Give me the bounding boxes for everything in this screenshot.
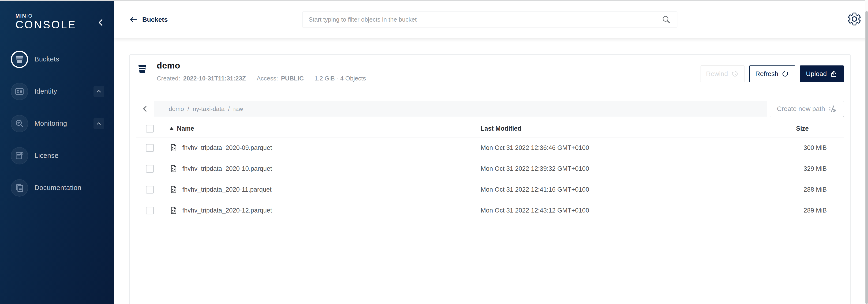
row-checkbox[interactable] xyxy=(146,206,154,214)
chevron-up-icon xyxy=(96,120,102,127)
brand-console: CONSOLE xyxy=(16,19,76,30)
rewind-label: Rewind xyxy=(706,70,728,78)
bucket-icon xyxy=(137,63,148,74)
back-arrow-icon xyxy=(129,16,137,24)
header-name-cell[interactable]: Name xyxy=(169,125,480,132)
license-icon xyxy=(14,151,24,161)
object-modified-cell: Mon Oct 31 2022 12:39:32 GMT+0100 xyxy=(480,165,783,172)
file-icon xyxy=(169,164,178,173)
object-name: fhvhv_tripdata_2020-09.parquet xyxy=(182,144,272,151)
upload-button[interactable]: Upload xyxy=(800,65,844,82)
row-checkbox[interactable] xyxy=(146,165,154,173)
sidebar-item-identity[interactable]: Identity xyxy=(0,75,114,107)
object-modified-cell: Mon Oct 31 2022 12:43:12 GMT+0100 xyxy=(480,207,783,214)
sidebar-menu: Buckets Identity Monitoring xyxy=(0,43,114,204)
identity-icon xyxy=(14,87,24,96)
bucket-meta: Created: 2022-10-31T11:31:23Z Access: PU… xyxy=(157,75,366,82)
name-header-label: Name xyxy=(177,125,194,132)
monitoring-icon xyxy=(14,119,24,129)
page-content: demo Created: 2022-10-31T11:31:23Z Acces… xyxy=(114,38,868,304)
identity-expand-toggle[interactable] xyxy=(93,86,104,97)
settings-button[interactable] xyxy=(847,11,862,27)
bucket-header: demo Created: 2022-10-31T11:31:23Z Acces… xyxy=(130,55,850,91)
rewind-icon xyxy=(731,70,739,78)
path-row: demo / ny-taxi-data / raw Create new pat… xyxy=(136,101,844,117)
header-modified-cell: Last Modified xyxy=(480,125,783,132)
upload-label: Upload xyxy=(806,70,827,78)
object-size-cell: 329 MiB xyxy=(783,165,844,172)
back-to-buckets-link[interactable]: Buckets xyxy=(129,1,168,38)
file-icon xyxy=(169,206,178,215)
bucket-actions: Rewind Refresh Upload xyxy=(700,65,844,82)
created-value: 2022-10-31T11:31:23Z xyxy=(183,75,246,82)
object-modified-cell: Mon Oct 31 2022 12:41:16 GMT+0100 xyxy=(480,186,783,193)
table-row[interactable]: fhvhv_tripdata_2020-10.parquet Mon Oct 3… xyxy=(136,158,844,179)
table-row[interactable]: fhvhv_tripdata_2020-09.parquet Mon Oct 3… xyxy=(136,137,844,158)
bucket-icon xyxy=(14,54,24,64)
object-size-cell: 289 MiB xyxy=(783,207,844,214)
create-new-path-button[interactable]: Create new path xyxy=(770,101,844,117)
refresh-icon xyxy=(781,70,789,78)
monitoring-expand-toggle[interactable] xyxy=(93,118,104,129)
breadcrumb-segment-ny-taxi-data[interactable]: ny-taxi-data xyxy=(193,105,224,113)
minio-console-logo: MINIO CONSOLE xyxy=(16,13,76,30)
create-path-label: Create new path xyxy=(777,105,825,113)
search-input[interactable] xyxy=(303,16,661,23)
select-all-checkbox[interactable] xyxy=(146,125,154,133)
sidebar-item-label: License xyxy=(34,152,59,160)
scrollbar-thumb[interactable] xyxy=(865,11,868,304)
chevron-up-icon xyxy=(96,88,102,94)
breadcrumb-segment-demo[interactable]: demo xyxy=(169,105,184,113)
object-name: fhvhv_tripdata_2020-11.parquet xyxy=(182,186,272,193)
documentation-icon xyxy=(14,183,24,193)
object-name-cell: fhvhv_tripdata_2020-11.parquet xyxy=(169,185,480,194)
table-header-row: Name Last Modified Size xyxy=(136,120,844,137)
window-top-edge xyxy=(0,0,868,1)
create-path-icon xyxy=(828,105,837,113)
search-icon xyxy=(661,15,671,24)
sidebar-item-label: Documentation xyxy=(34,184,81,192)
object-name-cell: fhvhv_tripdata_2020-12.parquet xyxy=(169,206,480,215)
path-bar: demo / ny-taxi-data / raw xyxy=(136,101,767,117)
sidebar-item-label: Identity xyxy=(34,87,57,95)
refresh-label: Refresh xyxy=(755,70,778,78)
brand-wordmark: MINIO xyxy=(16,13,76,19)
file-icon xyxy=(169,143,178,152)
documentation-icon-circle xyxy=(11,179,28,197)
bucket-size-summary: 1.2 GiB - 4 Objects xyxy=(314,75,366,82)
row-checkbox-cell xyxy=(136,206,169,214)
sidebar-item-label: Buckets xyxy=(34,55,59,63)
identity-icon-circle xyxy=(11,83,28,100)
brand-io: IO xyxy=(26,13,33,19)
row-checkbox[interactable] xyxy=(146,186,154,194)
access-label: Access: xyxy=(257,75,278,82)
table-row[interactable]: fhvhv_tripdata_2020-11.parquet Mon Oct 3… xyxy=(136,179,844,200)
sidebar-item-monitoring[interactable]: Monitoring xyxy=(0,107,114,140)
object-modified-cell: Mon Oct 31 2022 12:36:46 GMT+0100 xyxy=(480,144,783,151)
sort-ascending-icon xyxy=(169,127,174,130)
table-row[interactable]: fhvhv_tripdata_2020-12.parquet Mon Oct 3… xyxy=(136,200,844,221)
modified-header-label: Last Modified xyxy=(480,125,521,132)
sidebar-collapse-button[interactable] xyxy=(97,19,105,27)
object-name-cell: fhvhv_tripdata_2020-09.parquet xyxy=(169,143,480,152)
header-size-cell: Size xyxy=(783,125,844,132)
rewind-button[interactable]: Rewind xyxy=(700,65,745,82)
back-label: Buckets xyxy=(142,16,168,24)
row-checkbox[interactable] xyxy=(146,144,154,152)
breadcrumb-segment-raw[interactable]: raw xyxy=(233,105,243,113)
sidebar-item-documentation[interactable]: Documentation xyxy=(0,172,114,204)
sidebar: MINIO CONSOLE Buckets Identity xyxy=(0,1,114,304)
sidebar-item-buckets[interactable]: Buckets xyxy=(0,43,114,75)
path-back-button[interactable] xyxy=(136,101,154,117)
object-size-cell: 300 MiB xyxy=(783,144,844,151)
refresh-button[interactable]: Refresh xyxy=(749,65,795,82)
row-checkbox-cell xyxy=(136,165,169,173)
buckets-icon-circle xyxy=(11,51,28,68)
upload-icon xyxy=(830,70,838,78)
breadcrumb-separator: / xyxy=(187,105,189,113)
chevron-left-icon xyxy=(142,105,149,112)
breadcrumb-separator: / xyxy=(228,105,230,113)
row-checkbox-cell xyxy=(136,144,169,152)
sidebar-item-license[interactable]: License xyxy=(0,140,114,172)
row-checkbox-cell xyxy=(136,186,169,194)
